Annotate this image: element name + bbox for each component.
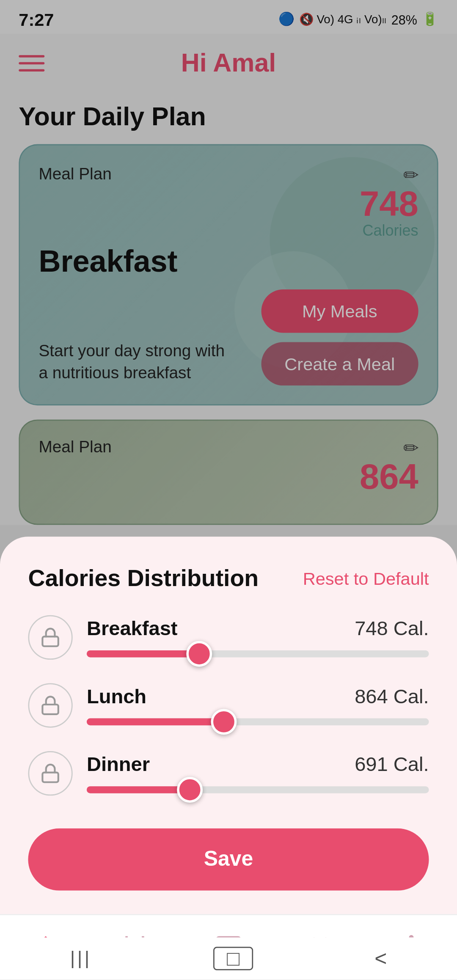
breakfast-slider-content: Breakfast 748 Cal. — [87, 617, 429, 657]
back-button[interactable]: < — [356, 941, 406, 975]
lunch-edit-icon[interactable]: ✏ — [403, 438, 418, 458]
dinner-slider-track — [87, 786, 429, 793]
main-content: Hi Amal Your Daily Plan Meal Plan ✏ 748 … — [0, 34, 457, 525]
status-time: 7:27 — [19, 9, 54, 29]
status-icons: 🔵 🔇 Vo) 4G ᵢₗ Vo)ₗₗ 28% 🔋 — [278, 12, 438, 27]
svg-rect-2 — [42, 773, 58, 782]
hamburger-menu[interactable] — [19, 55, 44, 72]
breakfast-meal-plan-label: Meal Plan — [39, 164, 111, 183]
breakfast-slider-thumb[interactable] — [187, 641, 212, 667]
breakfast-edit-icon[interactable]: ✏ — [403, 165, 418, 185]
dinner-slider-row: Dinner 691 Cal. — [28, 751, 429, 796]
lunch-slider-fill — [87, 718, 223, 726]
header-title: Hi Amal — [181, 48, 276, 79]
breakfast-card: Meal Plan ✏ 748 Calories Breakfast Start… — [19, 144, 438, 406]
lunch-slider-row: Lunch 864 Cal. — [28, 683, 429, 727]
lunch-slider-track — [87, 718, 429, 726]
breakfast-slider-value: 748 Cal. — [355, 617, 429, 641]
lunch-card-partial: Meal Plan ✏ 864 — [19, 419, 438, 525]
breakfast-meal-type: Breakfast — [39, 244, 418, 280]
reset-to-default-button[interactable]: Reset to Default — [303, 568, 429, 588]
section-title: Your Daily Plan — [19, 102, 438, 132]
lunch-slider-content: Lunch 864 Cal. — [87, 685, 429, 725]
recent-apps-button[interactable]: ||| — [51, 943, 110, 974]
breakfast-buttons: My Meals Create a Meal — [261, 289, 418, 385]
save-button[interactable]: Save — [28, 829, 429, 891]
breakfast-calories-count: 748 — [360, 184, 418, 223]
breakfast-lock-icon[interactable] — [28, 615, 72, 660]
dinner-lock-icon[interactable] — [28, 751, 72, 796]
breakfast-slider-labels: Breakfast 748 Cal. — [87, 617, 429, 641]
modal-header: Calories Distribution Reset to Default — [28, 565, 429, 592]
dinner-slider-thumb[interactable] — [176, 777, 202, 803]
home-button[interactable]: □ — [213, 947, 253, 970]
modal-sheet: Calories Distribution Reset to Default B… — [0, 537, 457, 914]
dinner-slider-labels: Dinner 691 Cal. — [87, 754, 429, 777]
lunch-slider-labels: Lunch 864 Cal. — [87, 685, 429, 709]
lunch-meal-plan-label: Meal Plan — [39, 437, 111, 456]
svg-rect-1 — [42, 705, 58, 714]
lunch-calories-count: 864 — [360, 460, 418, 495]
dinner-slider-fill — [87, 786, 190, 793]
battery-indicator: 28% — [391, 12, 417, 26]
header: Hi Amal — [19, 34, 438, 88]
lunch-slider-thumb[interactable] — [211, 709, 237, 735]
breakfast-slider-fill — [87, 650, 200, 658]
breakfast-description: Start your day strong with a nutritious … — [39, 340, 238, 386]
breakfast-slider-track — [87, 650, 429, 658]
breakfast-slider-name: Breakfast — [87, 617, 178, 641]
lunch-slider-name: Lunch — [87, 685, 146, 709]
my-meals-button[interactable]: My Meals — [261, 289, 418, 333]
breakfast-calories-label: Calories — [360, 221, 418, 239]
lunch-lock-icon[interactable] — [28, 683, 72, 727]
dinner-slider-content: Dinner 691 Cal. — [87, 754, 429, 793]
battery-icon: 🔋 — [422, 12, 438, 27]
android-nav: ||| □ < — [0, 937, 457, 980]
dinner-slider-name: Dinner — [87, 754, 150, 777]
modal-title: Calories Distribution — [28, 565, 259, 592]
lunch-slider-value: 864 Cal. — [355, 685, 429, 709]
svg-rect-0 — [42, 636, 58, 646]
breakfast-card-top: Meal Plan ✏ 748 Calories — [39, 164, 418, 239]
dinner-slider-value: 691 Cal. — [355, 754, 429, 777]
breakfast-card-bottom: Start your day strong with a nutritious … — [39, 289, 418, 385]
status-bar: 7:27 🔵 🔇 Vo) 4G ᵢₗ Vo)ₗₗ 28% 🔋 — [0, 0, 457, 34]
lunch-card-top: Meal Plan ✏ 864 — [39, 437, 418, 495]
breakfast-slider-row: Breakfast 748 Cal. — [28, 615, 429, 660]
create-meal-button[interactable]: Create a Meal — [261, 342, 418, 385]
